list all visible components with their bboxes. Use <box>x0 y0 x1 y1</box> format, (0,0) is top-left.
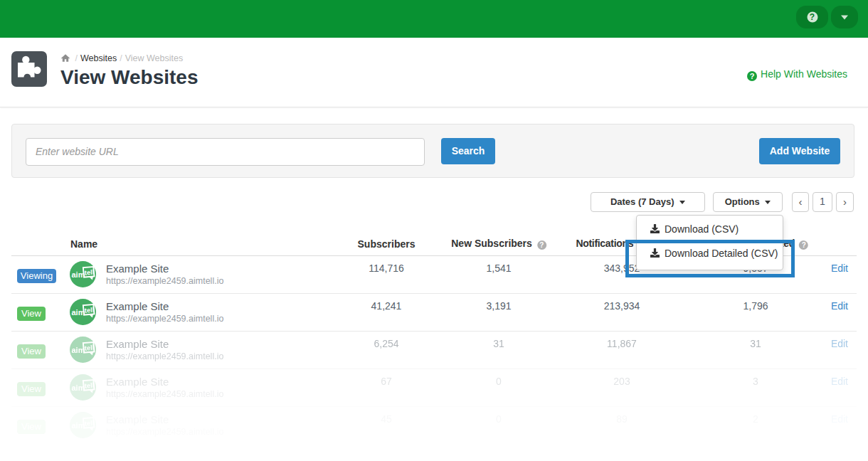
svg-text:tell: tell <box>84 268 95 277</box>
svg-text:tell: tell <box>84 381 95 390</box>
svg-text:tell: tell <box>84 306 95 314</box>
svg-text:tell: tell <box>84 344 95 352</box>
svg-text:tell: tell <box>84 419 95 428</box>
